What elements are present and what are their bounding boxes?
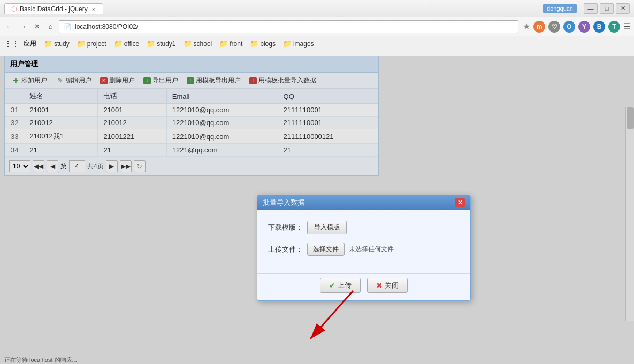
maximize-button[interactable]: □ — [600, 3, 614, 14]
bookmark-images[interactable]: 📁 images — [281, 38, 316, 49]
bookmark-school[interactable]: 📁 school — [181, 38, 215, 49]
nav-bar: ← → ✕ ⌂ 📄 localhost:8080/POI02/ ★ m ♡ O … — [0, 17, 634, 36]
user-badge: dongquan — [543, 4, 577, 13]
bookmark-project[interactable]: 📁 project — [75, 38, 109, 49]
bookmark-office[interactable]: 📁 office — [112, 38, 141, 49]
bookmark-label-images: images — [293, 40, 314, 48]
bookmark-label-office: office — [124, 40, 139, 48]
address-bar[interactable]: 📄 localhost:8080/POI02/ — [59, 20, 518, 33]
nav-icon-y[interactable]: Y — [578, 21, 590, 33]
close-dialog-button[interactable]: ✖ 关闭 — [367, 278, 408, 293]
import-template-btn[interactable]: 导入模版 — [307, 221, 347, 234]
tab-favicon: ⬡ — [11, 5, 17, 13]
nav-icon-b[interactable]: B — [593, 21, 605, 33]
upload-button[interactable]: ✔ 上传 — [320, 278, 361, 293]
star-icon[interactable]: ★ — [523, 21, 530, 32]
dialog-footer: ✔ 上传 ✖ 关闭 — [257, 273, 470, 300]
forward-button[interactable]: → — [17, 21, 29, 33]
nav-icon-t[interactable]: T — [608, 21, 620, 33]
upload-icon: ✔ — [329, 281, 335, 290]
bookmark-label-blogs: blogs — [260, 40, 276, 48]
folder-icon-front: 📁 — [219, 40, 228, 48]
no-file-text: 未选择任何文件 — [349, 245, 394, 254]
file-input-display: 选择文件 未选择任何文件 — [307, 243, 394, 256]
nav-icon-person[interactable]: ♡ — [548, 21, 560, 33]
back-button[interactable]: ← — [3, 21, 15, 33]
close-btn-label: 关闭 — [385, 281, 399, 290]
folder-icon-project: 📁 — [77, 40, 86, 48]
bookmark-label-study: study — [54, 40, 70, 48]
bookmarks-bar: ⋮⋮ 应用 📁 study 📁 project 📁 office 📁 study… — [0, 36, 634, 51]
bookmark-label-school: school — [194, 40, 212, 48]
lock-icon: 📄 — [64, 23, 72, 30]
window-close-button[interactable]: ✕ — [616, 3, 630, 14]
home-button[interactable]: ⌂ — [45, 21, 57, 33]
menu-icon[interactable]: ☰ — [623, 21, 631, 32]
bookmark-label-front: front — [230, 40, 242, 48]
tab-area: ⬡ Basic DataGrid - jQuery × — [4, 3, 103, 14]
download-label: 下载模版： — [268, 223, 303, 233]
choose-file-button[interactable]: 选择文件 — [307, 243, 345, 256]
folder-icon-images: 📁 — [283, 40, 292, 48]
folder-icon-blogs: 📁 — [250, 40, 258, 48]
download-row: 下载模版： 导入模版 — [268, 221, 460, 234]
bookmark-apps-label[interactable]: 应用 — [24, 39, 36, 48]
dialog-body: 下载模版： 导入模版 上传文件： 选择文件 未选择任何文件 — [257, 210, 470, 273]
batch-import-dialog: 批量导入数据 ✕ 下载模版： 导入模版 上传文件： 选择文件 未选择任何文件 ✔… — [257, 195, 471, 301]
title-bar-left: ⬡ Basic DataGrid - jQuery × — [4, 3, 103, 14]
folder-icon-study: 📁 — [44, 40, 52, 48]
folder-icon-study1: 📁 — [147, 40, 155, 48]
bookmark-study1[interactable]: 📁 study1 — [144, 38, 178, 49]
bookmark-label-project: project — [87, 40, 106, 48]
bookmark-label-study1: study1 — [157, 40, 175, 48]
close-dialog-icon: ✖ — [376, 281, 383, 290]
folder-icon-office: 📁 — [114, 40, 123, 48]
dialog-title-bar: 批量导入数据 ✕ — [257, 195, 470, 210]
reload-button[interactable]: ✕ — [31, 21, 43, 33]
upload-btn-label: 上传 — [338, 281, 352, 290]
nav-icon-m[interactable]: m — [533, 21, 545, 33]
tab-close-icon[interactable]: × — [91, 6, 96, 12]
title-bar: ⬡ Basic DataGrid - jQuery × dongquan — □… — [0, 0, 634, 17]
browser-tab[interactable]: ⬡ Basic DataGrid - jQuery × — [4, 3, 103, 14]
nav-icons-right: ★ m ♡ O Y B T ☰ — [523, 21, 631, 33]
dialog-title: 批量导入数据 — [263, 198, 304, 207]
main-area: 用户管理 ✚ 添加用户 ✎ 编辑用户 ✕ 删除用户 ↓ 导出用户 ↑ 用模板导出… — [0, 56, 634, 364]
tab-label: Basic DataGrid - jQuery — [20, 5, 88, 13]
upload-row: 上传文件： 选择文件 未选择任何文件 — [268, 243, 460, 256]
bookmark-study[interactable]: 📁 study — [42, 38, 72, 49]
folder-icon-school: 📁 — [184, 40, 192, 48]
dialog-close-button[interactable]: ✕ — [455, 198, 465, 207]
nav-icon-o[interactable]: O — [563, 21, 575, 33]
minimize-button[interactable]: — — [584, 3, 598, 14]
apps-icon[interactable]: ⋮⋮ — [4, 40, 19, 48]
bookmark-front[interactable]: 📁 front — [217, 38, 245, 49]
upload-label: 上传文件： — [268, 245, 303, 254]
address-text: localhost:8080/POI02/ — [75, 23, 138, 30]
bookmark-blogs[interactable]: 📁 blogs — [248, 38, 278, 49]
